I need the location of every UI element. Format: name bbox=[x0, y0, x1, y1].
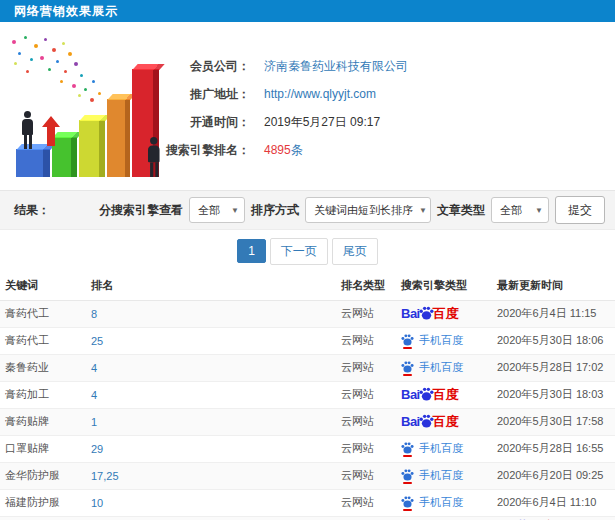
sort-select[interactable]: 关键词由短到长排序 ▼ bbox=[305, 197, 431, 223]
confetti-dot bbox=[52, 48, 56, 52]
engine-rank-count-value: 4895条 bbox=[264, 142, 303, 159]
engine-type-cell: 手机百度 bbox=[396, 435, 492, 462]
keyword-cell: 口罩贴牌 bbox=[0, 435, 86, 462]
chart-bar-4 bbox=[107, 99, 130, 177]
pagination-item-下一页[interactable]: 下一页 bbox=[270, 238, 328, 265]
column-header-2: 排名类型 bbox=[336, 272, 396, 300]
summary-section: 会员公司：济南秦鲁药业科技有限公司推广地址：http://www.qlyyjt.… bbox=[0, 22, 615, 190]
confetti-dot bbox=[92, 80, 95, 83]
rank-cell: 8 bbox=[86, 300, 336, 327]
keyword-cell: 膏药代工 bbox=[0, 327, 86, 354]
confetti-dot bbox=[80, 74, 83, 77]
member-company-value[interactable]: 济南秦鲁药业科技有限公司 bbox=[264, 58, 408, 75]
rank-cell: 17,25 bbox=[86, 462, 336, 489]
updated-time-cell: 2020年6月4日 11:10 bbox=[492, 489, 615, 516]
mobile-baidu-logo: 手机百度 bbox=[401, 333, 463, 349]
rank-type-cell: 云网站 bbox=[336, 489, 396, 516]
confetti-dot bbox=[24, 36, 27, 39]
rank-type-cell: 云网站 bbox=[336, 435, 396, 462]
red-underline-bar bbox=[403, 509, 412, 511]
paw-icon bbox=[401, 360, 414, 373]
engine-type-cell: Bai百度 bbox=[396, 300, 492, 327]
businessman-on-bar bbox=[22, 111, 33, 149]
paw-icon bbox=[401, 468, 414, 481]
rank-type-cell: 云网站 bbox=[336, 300, 396, 327]
rank-type-cell: 云网站 bbox=[336, 462, 396, 489]
chevron-down-icon: ▼ bbox=[231, 206, 239, 215]
person-legs bbox=[22, 135, 33, 149]
confetti-dot bbox=[18, 52, 21, 55]
empty-cell bbox=[0, 516, 86, 520]
person-legs bbox=[148, 162, 160, 177]
red-underline-bar bbox=[403, 374, 412, 376]
count-unit: 条 bbox=[291, 143, 303, 157]
chart-bar-1 bbox=[16, 149, 50, 177]
baidu-logo: Bai百度 bbox=[401, 305, 459, 323]
rank-value[interactable]: 4 bbox=[91, 389, 97, 401]
mobile-baidu-label: 手机百度 bbox=[419, 362, 463, 373]
baidu-logo-bai-text: Bai bbox=[401, 388, 420, 401]
confetti-dot bbox=[34, 44, 38, 48]
keyword-cell: 秦鲁药业 bbox=[0, 354, 86, 381]
confetti-dot bbox=[26, 70, 29, 73]
article-type-select[interactable]: 全部 ▼ bbox=[491, 197, 549, 223]
paw-icon bbox=[401, 441, 414, 454]
engine-filter-value: 全部 bbox=[198, 203, 220, 218]
confetti-dot bbox=[60, 80, 63, 83]
promo-url-value[interactable]: http://www.qlyyjt.com bbox=[264, 87, 376, 101]
engine-filter-label: 分搜索引擎查看 bbox=[99, 202, 183, 219]
table-row: 膏药加工4云网站Bai百度2020年5月30日 18:03 bbox=[0, 381, 615, 408]
pagination-item-尾页[interactable]: 尾页 bbox=[332, 238, 378, 265]
baidu-logo-bai-text: Bai bbox=[401, 415, 420, 428]
result-label: 结果： bbox=[14, 202, 50, 219]
table-row: 膏药代工8云网站Bai百度2020年6月4日 11:15 bbox=[0, 300, 615, 327]
rank-value[interactable]: 8 bbox=[91, 308, 97, 320]
pagination-item-1[interactable]: 1 bbox=[237, 239, 266, 263]
table-header-row: 关键词排名排名类型搜索引擎类型最新更新时间 bbox=[0, 272, 615, 300]
engine-type-cell: 手机百度 bbox=[396, 489, 492, 516]
chevron-down-icon: ▼ bbox=[419, 206, 427, 215]
highlight-count: 4895 bbox=[264, 143, 291, 157]
rank-value[interactable]: 4 bbox=[91, 362, 97, 374]
mobile-baidu-paw-icon bbox=[401, 468, 414, 484]
page: 网络营销效果展示 会员公司：济南秦鲁药业科技有限公司推广地址：http://ww… bbox=[0, 0, 615, 520]
chart-bar-3 bbox=[79, 120, 105, 177]
rank-cell: 4 bbox=[86, 381, 336, 408]
pagination: 1下一页尾页 bbox=[0, 230, 615, 272]
rank-value[interactable]: 25 bbox=[91, 335, 103, 347]
rank-value[interactable]: 1 bbox=[91, 416, 97, 428]
table-row: 膏药贴牌1云网站Bai百度2020年5月30日 17:58 bbox=[0, 408, 615, 435]
confetti-dot bbox=[74, 62, 78, 66]
engine-type-cell: Bai百度 bbox=[396, 381, 492, 408]
submit-button[interactable]: 提交 bbox=[555, 196, 605, 224]
rank-value[interactable]: 29 bbox=[91, 443, 103, 455]
mobile-baidu-logo: 手机百度 bbox=[401, 360, 463, 376]
rank-value[interactable]: 17,25 bbox=[91, 470, 119, 482]
article-type-label: 文章类型 bbox=[437, 202, 485, 219]
engine-type-cell: Bai百度 bbox=[492, 516, 615, 520]
red-arrow-icon bbox=[42, 116, 60, 146]
member-info-panel: 会员公司：济南秦鲁药业科技有限公司推广地址：http://www.qlyyjt.… bbox=[150, 52, 408, 164]
rank-value[interactable]: 10 bbox=[91, 497, 103, 509]
mobile-baidu-paw-icon bbox=[401, 333, 414, 349]
keyword-cell: 膏药代工 bbox=[0, 300, 86, 327]
confetti-dot bbox=[98, 92, 101, 95]
promo-url-label: 推广地址： bbox=[150, 86, 250, 103]
confetti-dot bbox=[84, 88, 87, 91]
column-header-4: 最新更新时间 bbox=[492, 272, 615, 300]
rank-cell: 4 bbox=[86, 354, 336, 381]
mobile-baidu-paw-icon bbox=[401, 441, 414, 457]
paw-icon bbox=[401, 495, 414, 508]
mobile-baidu-logo: 手机百度 bbox=[401, 441, 463, 457]
updated-time-cell: 2020年5月28日 16:55 bbox=[492, 435, 615, 462]
table-row: 秦鲁药业4云网站手机百度2020年5月28日 17:02 bbox=[0, 354, 615, 381]
chevron-down-icon: ▼ bbox=[535, 206, 543, 215]
empty-cell bbox=[86, 516, 336, 520]
filter-bar: 结果： 分搜索引擎查看 全部 ▼ 排序方式 关键词由短到长排序 ▼ 文章类型 全… bbox=[0, 190, 615, 230]
empty-cell bbox=[396, 516, 492, 520]
confetti-dot bbox=[44, 38, 47, 41]
article-type-value: 全部 bbox=[500, 203, 522, 218]
confetti-dot bbox=[30, 58, 33, 61]
engine-filter-select[interactable]: 全部 ▼ bbox=[189, 197, 245, 223]
info-row-member-company: 会员公司：济南秦鲁药业科技有限公司 bbox=[150, 52, 408, 80]
